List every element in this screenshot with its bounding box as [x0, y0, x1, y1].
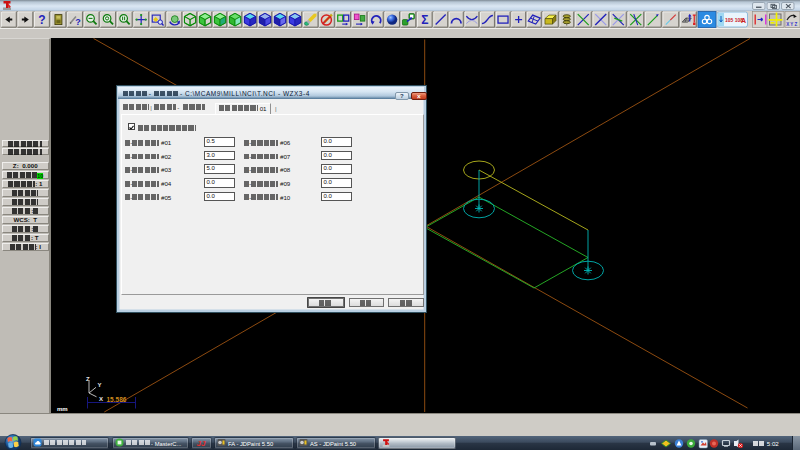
svg-text:Z: Z — [86, 376, 90, 382]
svg-text:Y: Y — [98, 382, 102, 388]
svg-text:Σ: Σ — [421, 13, 428, 27]
svg-text:A: A — [741, 17, 746, 24]
svg-text:?: ? — [38, 13, 45, 27]
svg-text:mm: mm — [57, 406, 68, 412]
svg-text:XYZ: XYZ — [786, 22, 798, 27]
svg-text:X: X — [99, 396, 103, 402]
svg-text:?: ? — [75, 17, 81, 27]
svg-text:15.586: 15.586 — [107, 396, 127, 403]
